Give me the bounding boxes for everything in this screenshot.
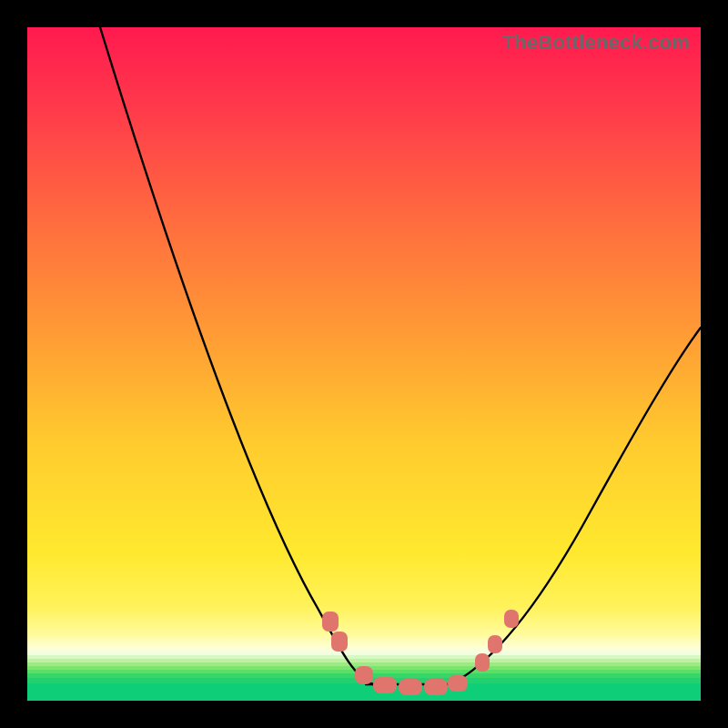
svg-rect-7 bbox=[448, 675, 468, 692]
curve-markers bbox=[322, 610, 519, 695]
bottleneck-curve bbox=[27, 27, 701, 701]
svg-rect-9 bbox=[488, 635, 502, 653]
svg-rect-3 bbox=[355, 666, 373, 684]
chart-frame: TheBottleneck.com bbox=[0, 0, 728, 728]
svg-rect-8 bbox=[475, 653, 490, 672]
svg-rect-10 bbox=[504, 610, 519, 628]
svg-rect-2 bbox=[331, 632, 348, 652]
watermark-text: TheBottleneck.com bbox=[502, 31, 690, 55]
plot-area: TheBottleneck.com bbox=[27, 27, 701, 701]
svg-rect-1 bbox=[322, 612, 339, 632]
svg-rect-6 bbox=[424, 679, 448, 695]
svg-rect-5 bbox=[399, 679, 422, 695]
svg-rect-4 bbox=[373, 677, 397, 693]
